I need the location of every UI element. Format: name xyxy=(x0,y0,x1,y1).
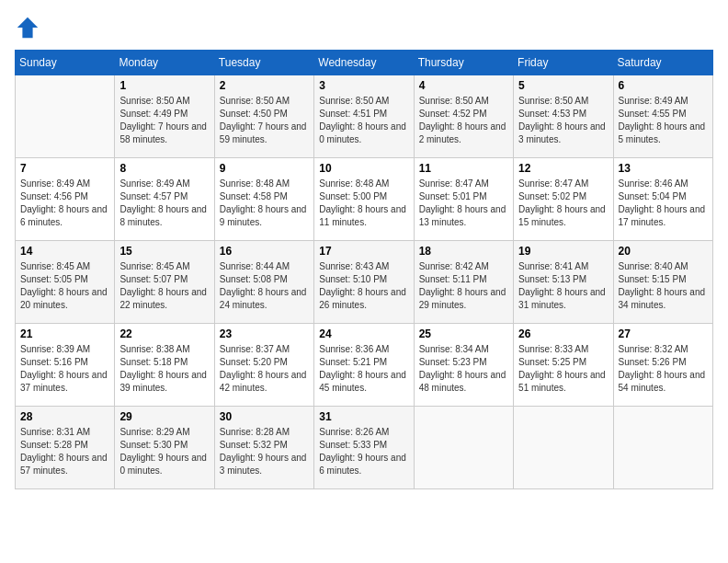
day-number: 26 xyxy=(518,327,608,340)
day-info: Sunrise: 8:46 AMSunset: 5:04 PMDaylight:… xyxy=(619,178,708,229)
calendar-cell: 29Sunrise: 8:29 AMSunset: 5:30 PMDayligh… xyxy=(115,407,214,489)
day-info: Sunrise: 8:31 AMSunset: 5:28 PMDaylight:… xyxy=(20,426,109,477)
day-number: 29 xyxy=(119,410,209,423)
calendar-cell xyxy=(414,407,513,489)
column-header-sunday: Sunday xyxy=(16,51,115,75)
calendar-cell: 21Sunrise: 8:39 AMSunset: 5:16 PMDayligh… xyxy=(16,324,115,407)
day-info: Sunrise: 8:34 AMSunset: 5:23 PMDaylight:… xyxy=(419,343,508,395)
day-number: 25 xyxy=(419,327,508,340)
calendar-cell xyxy=(514,407,613,489)
day-number: 19 xyxy=(518,245,608,258)
day-number: 30 xyxy=(220,410,309,423)
day-number: 28 xyxy=(20,410,109,423)
day-number: 31 xyxy=(319,410,408,423)
calendar-header-row: SundayMondayTuesdayWednesdayThursdayFrid… xyxy=(16,51,713,75)
day-number: 12 xyxy=(518,162,608,175)
day-info: Sunrise: 8:39 AMSunset: 5:16 PMDaylight:… xyxy=(20,343,109,395)
day-info: Sunrise: 8:49 AMSunset: 4:56 PMDaylight:… xyxy=(20,178,109,229)
calendar-cell: 23Sunrise: 8:37 AMSunset: 5:20 PMDayligh… xyxy=(214,324,313,407)
day-info: Sunrise: 8:50 AMSunset: 4:53 PMDaylight:… xyxy=(518,95,608,146)
calendar-cell: 27Sunrise: 8:32 AMSunset: 5:26 PMDayligh… xyxy=(613,324,712,407)
day-number: 7 xyxy=(20,162,109,175)
calendar-cell: 24Sunrise: 8:36 AMSunset: 5:21 PMDayligh… xyxy=(314,324,414,407)
day-info: Sunrise: 8:32 AMSunset: 5:26 PMDaylight:… xyxy=(619,343,708,395)
day-number: 24 xyxy=(319,327,408,340)
day-info: Sunrise: 8:50 AMSunset: 4:51 PMDaylight:… xyxy=(319,95,408,146)
day-info: Sunrise: 8:28 AMSunset: 5:32 PMDaylight:… xyxy=(220,426,309,477)
calendar-cell: 7Sunrise: 8:49 AMSunset: 4:56 PMDaylight… xyxy=(16,158,115,241)
svg-marker-0 xyxy=(17,17,38,38)
day-number: 1 xyxy=(119,79,209,92)
calendar-cell: 14Sunrise: 8:45 AMSunset: 5:05 PMDayligh… xyxy=(16,241,115,324)
day-info: Sunrise: 8:33 AMSunset: 5:25 PMDaylight:… xyxy=(518,343,608,395)
calendar-cell: 2Sunrise: 8:50 AMSunset: 4:50 PMDaylight… xyxy=(214,75,313,158)
day-info: Sunrise: 8:48 AMSunset: 5:00 PMDaylight:… xyxy=(319,178,408,229)
day-number: 5 xyxy=(518,79,608,92)
day-number: 6 xyxy=(619,79,708,92)
page-header xyxy=(15,15,713,40)
logo xyxy=(15,15,44,40)
calendar-cell: 30Sunrise: 8:28 AMSunset: 5:32 PMDayligh… xyxy=(214,407,313,489)
day-number: 27 xyxy=(619,327,708,340)
day-info: Sunrise: 8:29 AMSunset: 5:30 PMDaylight:… xyxy=(119,426,209,477)
calendar-cell xyxy=(613,407,712,489)
day-number: 22 xyxy=(119,327,209,340)
day-info: Sunrise: 8:49 AMSunset: 4:55 PMDaylight:… xyxy=(619,95,708,146)
day-info: Sunrise: 8:47 AMSunset: 5:01 PMDaylight:… xyxy=(419,178,508,229)
calendar-cell: 28Sunrise: 8:31 AMSunset: 5:28 PMDayligh… xyxy=(16,407,115,489)
column-header-thursday: Thursday xyxy=(414,51,513,75)
day-info: Sunrise: 8:48 AMSunset: 4:58 PMDaylight:… xyxy=(220,178,309,229)
calendar-cell: 5Sunrise: 8:50 AMSunset: 4:53 PMDaylight… xyxy=(514,75,613,158)
day-info: Sunrise: 8:50 AMSunset: 4:50 PMDaylight:… xyxy=(220,95,309,146)
calendar-cell: 20Sunrise: 8:40 AMSunset: 5:15 PMDayligh… xyxy=(613,241,712,324)
day-number: 21 xyxy=(20,327,109,340)
day-number: 14 xyxy=(20,245,109,258)
day-info: Sunrise: 8:44 AMSunset: 5:08 PMDaylight:… xyxy=(220,260,309,312)
calendar-cell: 25Sunrise: 8:34 AMSunset: 5:23 PMDayligh… xyxy=(414,324,513,407)
day-info: Sunrise: 8:40 AMSunset: 5:15 PMDaylight:… xyxy=(619,260,708,312)
day-info: Sunrise: 8:38 AMSunset: 5:18 PMDaylight:… xyxy=(119,343,209,395)
calendar-cell: 11Sunrise: 8:47 AMSunset: 5:01 PMDayligh… xyxy=(414,158,513,241)
day-info: Sunrise: 8:45 AMSunset: 5:07 PMDaylight:… xyxy=(119,260,209,312)
calendar-week-row: 21Sunrise: 8:39 AMSunset: 5:16 PMDayligh… xyxy=(16,324,713,407)
calendar-cell: 22Sunrise: 8:38 AMSunset: 5:18 PMDayligh… xyxy=(115,324,214,407)
calendar-cell xyxy=(16,75,115,158)
day-number: 10 xyxy=(319,162,408,175)
day-info: Sunrise: 8:37 AMSunset: 5:20 PMDaylight:… xyxy=(220,343,309,395)
day-info: Sunrise: 8:50 AMSunset: 4:52 PMDaylight:… xyxy=(419,95,508,146)
day-number: 3 xyxy=(319,79,408,92)
column-header-tuesday: Tuesday xyxy=(214,51,313,75)
day-info: Sunrise: 8:41 AMSunset: 5:13 PMDaylight:… xyxy=(518,260,608,312)
calendar-cell: 9Sunrise: 8:48 AMSunset: 4:58 PMDaylight… xyxy=(214,158,313,241)
day-number: 8 xyxy=(119,162,209,175)
column-header-monday: Monday xyxy=(115,51,214,75)
calendar-table: SundayMondayTuesdayWednesdayThursdayFrid… xyxy=(15,50,713,489)
calendar-week-row: 1Sunrise: 8:50 AMSunset: 4:49 PMDaylight… xyxy=(16,75,713,158)
calendar-cell: 4Sunrise: 8:50 AMSunset: 4:52 PMDaylight… xyxy=(414,75,513,158)
calendar-cell: 1Sunrise: 8:50 AMSunset: 4:49 PMDaylight… xyxy=(115,75,214,158)
calendar-cell: 8Sunrise: 8:49 AMSunset: 4:57 PMDaylight… xyxy=(115,158,214,241)
calendar-cell: 13Sunrise: 8:46 AMSunset: 5:04 PMDayligh… xyxy=(613,158,712,241)
day-info: Sunrise: 8:36 AMSunset: 5:21 PMDaylight:… xyxy=(319,343,408,395)
day-info: Sunrise: 8:50 AMSunset: 4:49 PMDaylight:… xyxy=(119,95,209,146)
day-number: 9 xyxy=(220,162,309,175)
calendar-week-row: 28Sunrise: 8:31 AMSunset: 5:28 PMDayligh… xyxy=(16,407,713,489)
calendar-cell: 3Sunrise: 8:50 AMSunset: 4:51 PMDaylight… xyxy=(314,75,414,158)
day-number: 15 xyxy=(119,245,209,258)
calendar-cell: 17Sunrise: 8:43 AMSunset: 5:10 PMDayligh… xyxy=(314,241,414,324)
day-info: Sunrise: 8:47 AMSunset: 5:02 PMDaylight:… xyxy=(518,178,608,229)
calendar-cell: 19Sunrise: 8:41 AMSunset: 5:13 PMDayligh… xyxy=(514,241,613,324)
calendar-cell: 26Sunrise: 8:33 AMSunset: 5:25 PMDayligh… xyxy=(514,324,613,407)
calendar-week-row: 14Sunrise: 8:45 AMSunset: 5:05 PMDayligh… xyxy=(16,241,713,324)
column-header-saturday: Saturday xyxy=(613,51,712,75)
calendar-cell: 31Sunrise: 8:26 AMSunset: 5:33 PMDayligh… xyxy=(314,407,414,489)
day-number: 2 xyxy=(220,79,309,92)
calendar-cell: 16Sunrise: 8:44 AMSunset: 5:08 PMDayligh… xyxy=(214,241,313,324)
day-info: Sunrise: 8:49 AMSunset: 4:57 PMDaylight:… xyxy=(119,178,209,229)
day-info: Sunrise: 8:45 AMSunset: 5:05 PMDaylight:… xyxy=(20,260,109,312)
day-number: 4 xyxy=(419,79,508,92)
column-header-friday: Friday xyxy=(514,51,613,75)
calendar-cell: 6Sunrise: 8:49 AMSunset: 4:55 PMDaylight… xyxy=(613,75,712,158)
calendar-cell: 12Sunrise: 8:47 AMSunset: 5:02 PMDayligh… xyxy=(514,158,613,241)
calendar-week-row: 7Sunrise: 8:49 AMSunset: 4:56 PMDaylight… xyxy=(16,158,713,241)
